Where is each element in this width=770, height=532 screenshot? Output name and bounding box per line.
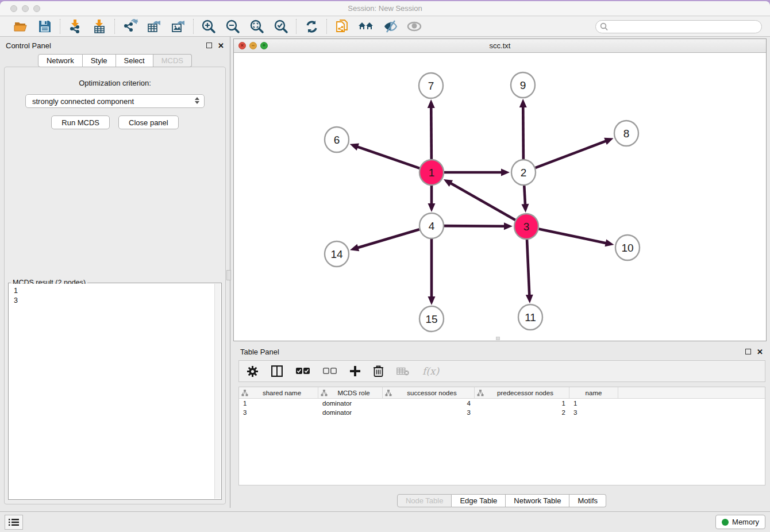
table-cell[interactable]: 3 [383,408,475,417]
graph-node-8[interactable]: 8 [614,121,638,146]
columns-icon[interactable] [271,365,283,377]
close-panel-button[interactable]: Close panel [118,115,179,129]
graph-arrowhead-1-2 [501,169,510,176]
import-table-icon[interactable] [91,18,107,34]
tab-edge-table[interactable]: Edge Table [452,494,506,507]
canvas-resize-grip[interactable] [496,337,500,340]
graph-node-label: 6 [334,134,340,146]
table-tabs: Node Table Edge Table Network Table Moti… [233,494,770,507]
column-header-successor-nodes[interactable]: successor nodes [383,387,475,398]
select-all-icon[interactable] [296,368,310,375]
deselect-all-icon[interactable] [323,368,337,375]
graph-node-1[interactable]: 1 [419,160,444,185]
zoom-out-icon[interactable] [225,18,241,34]
graph-edge-4-3[interactable] [444,226,505,226]
column-header-MCDS-role[interactable]: MCDS role [318,387,383,398]
zoom-in-icon[interactable] [201,18,217,34]
graph-node-14[interactable]: 14 [325,241,349,267]
float-table-panel-icon[interactable] [745,349,751,354]
duplicate-network-icon[interactable] [334,18,350,34]
float-panel-icon[interactable] [206,43,212,48]
refresh-icon[interactable] [303,18,319,34]
tab-select[interactable]: Select [116,54,153,67]
graph-node-10[interactable]: 10 [615,235,640,260]
graph-node-9[interactable]: 9 [511,72,535,98]
column-header-shared-name[interactable]: shared name [239,387,318,398]
add-column-icon[interactable] [350,366,360,376]
gear-icon[interactable] [247,366,258,377]
criterion-select[interactable]: strongly connected component [25,94,205,108]
graph-node-2[interactable]: 2 [511,160,536,185]
table-cell[interactable]: 1 [239,399,318,408]
mcds-panel: Optimization criterion: strongly connect… [4,67,226,504]
function-builder-icon[interactable]: f(x) [422,365,439,377]
close-table-panel-icon[interactable]: ✕ [757,348,763,356]
graph-arrowhead-4-14 [350,244,359,251]
table-cell[interactable]: 3 [569,408,618,417]
import-network-icon[interactable] [67,18,83,34]
delete-column-icon[interactable] [374,365,383,377]
export-table-icon[interactable] [146,18,162,34]
graph-edge-1-7[interactable] [431,107,432,160]
tab-motifs[interactable]: Motifs [569,494,606,507]
table-cell[interactable]: 1 [569,399,618,408]
tab-style[interactable]: Style [83,54,116,67]
graph-edge-1-6[interactable] [357,147,419,168]
table-cell[interactable]: dominator [318,408,383,417]
close-panel-icon[interactable]: ✕ [218,42,224,49]
task-history-button[interactable] [5,515,23,530]
table-cell[interactable]: 2 [475,408,569,417]
delete-table-icon[interactable] [396,367,409,376]
search-input[interactable] [595,20,762,33]
node-table[interactable]: shared nameMCDS rolesuccessor nodesprede… [238,387,765,485]
graph-edge-3-11[interactable] [527,239,529,296]
tab-mcds[interactable]: MCDS [153,54,192,67]
graph-node-7[interactable]: 7 [419,73,443,98]
graph-edge-2-8[interactable] [536,141,607,168]
graph-edge-4-14[interactable] [357,229,419,248]
graph-node-6[interactable]: 6 [325,127,349,152]
zoom-selected-icon[interactable] [273,18,289,34]
graph-edge-2-9[interactable] [523,106,523,160]
export-image-icon[interactable] [170,18,186,34]
mcds-result-list[interactable]: 1 3 [9,284,221,499]
graph-edge-3-10[interactable] [539,229,607,244]
network-canvas[interactable]: 7968124314101511 [234,53,766,341]
graph-arrowhead-2-9 [519,99,527,107]
status-bar: Memory [0,511,770,532]
table-cell[interactable]: dominator [318,399,383,408]
graph-node-label: 14 [330,248,343,260]
graph-node-3[interactable]: 3 [514,214,538,239]
result-scrollbar[interactable] [214,284,221,499]
save-session-icon[interactable] [37,18,53,34]
export-network-icon[interactable] [122,18,138,34]
table-panel-title: Table Panel [240,348,279,356]
graph-node-4[interactable]: 4 [419,213,444,238]
graph-arrowhead-2-8 [604,138,613,145]
table-cell[interactable]: 4 [383,399,475,408]
first-neighbors-icon[interactable] [358,18,374,34]
column-header-name[interactable]: name [569,387,618,398]
tab-network-table[interactable]: Network Table [506,494,569,507]
column-header-predecessor-nodes[interactable]: predecessor nodes [475,387,569,398]
hide-graphics-details-icon[interactable] [382,18,398,34]
open-session-icon[interactable] [13,18,29,34]
graph-edge-2-3[interactable] [524,185,525,205]
graph-edge-3-1[interactable] [450,183,515,220]
table-cell[interactable]: 1 [475,399,569,408]
table-cell[interactable]: 3 [239,408,318,417]
run-mcds-button[interactable]: Run MCDS [51,115,110,129]
show-graphics-details-icon[interactable] [406,18,422,34]
memory-button[interactable]: Memory [715,515,765,529]
zoom-fit-icon[interactable] [249,18,265,34]
table-row[interactable]: 3dominator323 [239,408,765,417]
panel-divider-grip[interactable] [226,270,231,280]
search-icon [600,22,608,31]
graph-node-11[interactable]: 11 [518,304,542,330]
graph-arrowhead-2-3 [521,204,529,213]
graph-node-label: 1 [429,167,435,179]
graph-node-15[interactable]: 15 [419,306,444,331]
table-row[interactable]: 1dominator411 [239,399,765,408]
tab-network[interactable]: Network [38,54,83,67]
tab-node-table[interactable]: Node Table [397,494,452,507]
